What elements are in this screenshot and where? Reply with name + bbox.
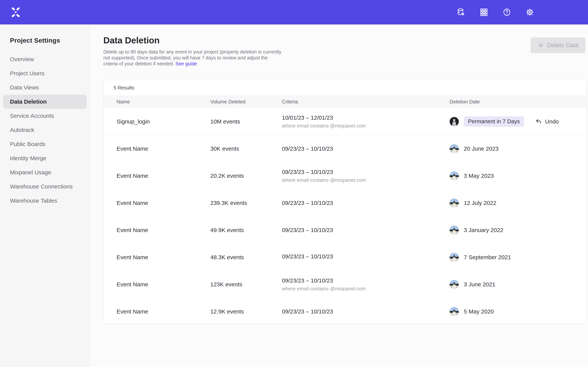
sidebar-item-service-accounts[interactable]: Service Accounts <box>3 109 87 123</box>
column-header-volume-deleted: Volume Deleted <box>210 95 246 108</box>
row-volume-deleted: 49.9K events <box>210 217 244 243</box>
row-deletion-date: 7 September 2021 <box>450 244 511 271</box>
user-avatar <box>450 144 459 153</box>
row-event-name: Event Name <box>117 271 148 298</box>
row-event-name: Event Name <box>117 298 148 323</box>
deletion-date-text: 7 September 2021 <box>464 254 511 260</box>
sidebar-item-project-users[interactable]: Project Users <box>3 66 87 81</box>
main-content: Data Deletion Delete up to 90 days data … <box>90 25 588 367</box>
criteria-date-range: 09/23/23 – 10/10/23 <box>282 169 333 175</box>
row-criteria: 09/23/23 – 10/10/23 <box>282 244 333 271</box>
sidebar-item-warehouse-connections[interactable]: Warehouse Connections <box>3 179 87 194</box>
sidebar-item-autotrack[interactable]: Autotrack <box>3 123 87 137</box>
criteria-date-range: 09/23/23 – 10/10/23 <box>282 308 333 315</box>
table-row: Event Name49.9K events09/23/23 – 10/10/2… <box>104 216 586 243</box>
table-header-row: NameVolume DeletedCriteriaDeletion Date <box>104 95 586 108</box>
deletion-date-text: 20 June 2023 <box>464 145 499 152</box>
undo-button[interactable]: Undo <box>535 118 559 125</box>
row-deletion-date: 3 May 2023 <box>450 162 494 189</box>
undo-button-label: Undo <box>545 118 559 125</box>
row-event-name: Event Name <box>117 189 148 216</box>
row-volume-deleted: 12.9K events <box>210 298 244 323</box>
column-header-deletion-date: Deletion Date <box>450 95 480 108</box>
page-title: Data Deletion <box>103 35 588 45</box>
sidebar-item-mixpanel-usage[interactable]: Mixpanel Usage <box>3 165 87 179</box>
user-avatar <box>450 307 459 316</box>
sidebar-item-data-deletion[interactable]: Data Deletion <box>3 95 87 109</box>
sidebar-nav: OverviewProject UsersData ViewsData Dele… <box>0 52 90 208</box>
user-avatar <box>450 198 459 208</box>
deletion-date-text: 3 June 2021 <box>464 281 495 288</box>
mixpanel-logo-icon[interactable] <box>11 7 21 17</box>
delete-data-button[interactable]: Delete Data <box>531 37 585 53</box>
row-event-name: Event Name <box>117 162 148 189</box>
row-criteria: 10/01/23 – 12/01/23where email contains … <box>282 108 366 135</box>
row-criteria: 09/23/23 – 10/10/23where email contains … <box>282 162 366 189</box>
table-row: Event Name239.3K events09/23/23 – 10/10/… <box>104 189 586 216</box>
help-icon[interactable] <box>502 8 511 17</box>
topbar-icon-group <box>456 8 534 17</box>
deletion-date-text: 3 January 2022 <box>464 227 503 234</box>
row-criteria: 09/23/23 – 10/10/23 <box>282 298 333 323</box>
settings-sidebar: Project Settings OverviewProject UsersDa… <box>0 25 90 367</box>
page-description: Delete up to 90 days data for any event … <box>103 49 282 67</box>
column-header-criteria: Criteria <box>282 95 298 108</box>
row-volume-deleted: 48.3K events <box>210 244 244 271</box>
row-deletion-date: 12 July 2022 <box>450 189 496 216</box>
sidebar-item-public-boards[interactable]: Public Boards <box>3 137 87 151</box>
delete-data-button-label: Delete Data <box>547 42 579 49</box>
user-avatar <box>450 225 459 235</box>
deletion-date-text: 12 July 2022 <box>464 200 496 206</box>
permanent-badge: Permanent in 7 Days <box>464 117 524 127</box>
row-deletion-date: 3 June 2021 <box>450 271 495 298</box>
row-volume-deleted: 30K events <box>210 135 239 162</box>
row-event-name: Event Name <box>117 244 148 271</box>
deletion-date-text: 5 May 2020 <box>464 308 494 315</box>
deletion-date-text: 3 May 2023 <box>464 173 494 179</box>
deletion-table-card: 5 Results NameVolume DeletedCriteriaDele… <box>103 80 587 323</box>
table-row: Event Name12.9K events09/23/23 – 10/10/2… <box>104 298 586 323</box>
criteria-date-range: 10/01/23 – 12/01/23 <box>282 114 333 121</box>
user-avatar <box>450 117 459 126</box>
table-row: Event Name123K events09/23/23 – 10/10/23… <box>104 271 586 298</box>
settings-icon[interactable] <box>525 8 534 17</box>
criteria-date-range: 09/23/23 – 10/10/23 <box>282 277 333 284</box>
column-header-name: Name <box>117 95 130 108</box>
criteria-date-range: 09/23/23 – 10/10/23 <box>282 227 333 234</box>
row-event-name: Signup_login <box>117 108 150 135</box>
user-avatar <box>450 280 459 289</box>
criteria-sub-text: where email contains @mixpanel.com <box>282 286 366 292</box>
row-event-name: Event Name <box>117 217 148 243</box>
row-volume-deleted: 123K events <box>210 271 242 298</box>
table-row: Event Name30K events09/23/23 – 10/10/232… <box>104 135 586 162</box>
row-criteria: 09/23/23 – 10/10/23 <box>282 135 333 162</box>
criteria-sub-text: where email contains @mixpanel.com <box>282 177 366 183</box>
row-criteria: 09/23/23 – 10/10/23where email contains … <box>282 271 366 298</box>
user-avatar <box>450 171 459 180</box>
plus-icon <box>537 42 544 49</box>
user-avatar <box>450 253 459 262</box>
data-management-icon[interactable] <box>456 8 466 17</box>
row-event-name: Event Name <box>117 135 148 162</box>
criteria-sub-text: where email contains @mixpanel.com <box>282 123 366 129</box>
row-criteria: 09/23/23 – 10/10/23 <box>282 189 333 216</box>
sidebar-item-identity-merge[interactable]: Identity Merge <box>3 151 87 165</box>
row-volume-deleted: 20.2K events <box>210 162 244 189</box>
table-row: Event Name20.2K events09/23/23 – 10/10/2… <box>104 162 586 189</box>
row-criteria: 09/23/23 – 10/10/23 <box>282 217 333 243</box>
table-row: Signup_login10M events10/01/23 – 12/01/2… <box>104 108 586 135</box>
results-count: 5 Results <box>104 80 586 95</box>
table-body: Signup_login10M events10/01/23 – 12/01/2… <box>104 108 586 323</box>
apps-grid-icon[interactable] <box>479 8 488 17</box>
see-guide-link[interactable]: See guide <box>175 61 197 66</box>
sidebar-item-overview[interactable]: Overview <box>3 52 87 66</box>
criteria-date-range: 09/23/23 – 10/10/23 <box>282 145 333 152</box>
table-row: Event Name48.3K events09/23/23 – 10/10/2… <box>104 243 586 271</box>
criteria-date-range: 09/23/23 – 10/10/23 <box>282 200 333 206</box>
undo-icon <box>535 118 542 125</box>
sidebar-item-warehouse-tables[interactable]: Warehouse Tables <box>3 194 87 208</box>
row-volume-deleted: 239.3K events <box>210 189 247 216</box>
sidebar-item-data-views[interactable]: Data Views <box>3 81 87 95</box>
sidebar-title: Project Settings <box>10 37 90 44</box>
row-deletion-date: 20 June 2023 <box>450 135 499 162</box>
